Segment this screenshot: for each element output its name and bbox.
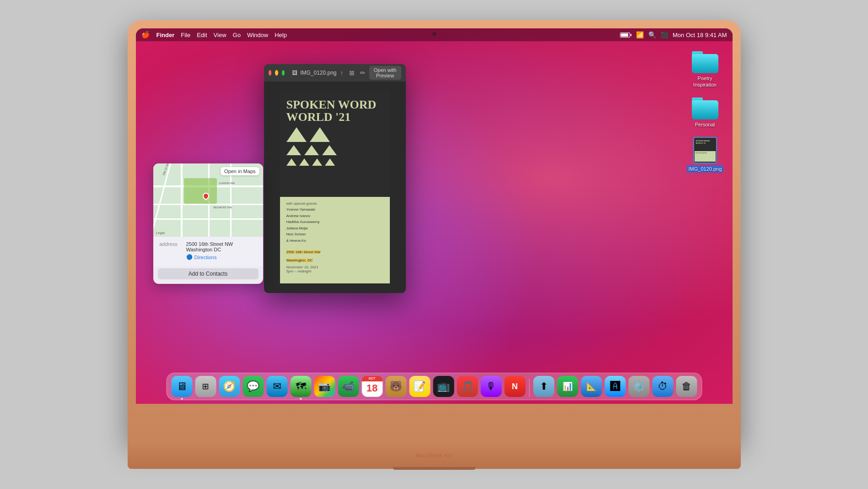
map-info: address 2500 16th Street NW Washington D…	[153, 237, 263, 266]
menubar: 🍎 Finder File Edit View Go Window Help	[136, 28, 733, 41]
datetime-display: Mon Oct 18 9:41 AM	[673, 32, 727, 38]
poster-address: 2500 16th Street NW Washington, DC	[286, 250, 321, 262]
menubar-edit[interactable]: Edit	[197, 32, 207, 38]
dock-maps[interactable]: 🗺	[290, 376, 311, 397]
dock-mail[interactable]: ✉	[266, 376, 287, 397]
maps-icon: 🗺	[296, 380, 306, 392]
appletv-icon: 📺	[437, 380, 450, 392]
dock-divider	[529, 379, 529, 397]
markup-icon[interactable]: ✏	[360, 69, 366, 76]
poster-guests-list: Yvonne Yamasaki Andrew Ivanov Haditha Gu…	[286, 206, 383, 244]
menubar-help[interactable]: Help	[275, 32, 287, 38]
dock-facetime[interactable]: 📹	[338, 376, 359, 397]
contacts-icon: 🐻	[390, 380, 402, 392]
dock-notes[interactable]: 📝	[409, 376, 430, 397]
img-file-icon[interactable]: SPOKEN WORD WORLD '21 with special guest…	[687, 137, 723, 173]
apple-menu[interactable]: 🍎	[141, 31, 150, 39]
map-address-value: 2500 16th Street NW Washington DC	[186, 241, 233, 252]
poster-with-guests-label: with special guests	[286, 201, 383, 206]
dock-appstore[interactable]: 🅰	[604, 376, 625, 397]
crop-icon[interactable]: ⊠	[349, 69, 355, 76]
preview-title: 🖼 IMG_0120.png	[292, 70, 336, 76]
poetry-inspiration-folder[interactable]: Poetry Inspiration	[687, 51, 723, 88]
notes-icon: 📝	[414, 380, 426, 392]
macbook-hinge-notch	[393, 467, 475, 470]
dock-keynote[interactable]: 📐	[581, 376, 602, 397]
dock: 🖥 ⊞ 🧭 💬	[166, 373, 702, 400]
desktop: 🍎 Finder File Edit View Go Window Help	[136, 28, 733, 404]
map-popup: NW 15 AVE CHAPIN NW BELMONT NW Open in M…	[153, 163, 263, 284]
dock-photos[interactable]: 📷	[314, 376, 335, 397]
numbers-icon: 📊	[562, 381, 572, 391]
dock-screentime[interactable]: ⏱	[652, 376, 673, 397]
maximize-button[interactable]	[282, 70, 285, 76]
music-icon: 🎵	[461, 380, 474, 392]
news-icon: N	[512, 382, 518, 391]
poster-date: November 10, 2021 5pm – midnight	[286, 265, 383, 273]
search-icon[interactable]: 🔍	[648, 31, 656, 38]
directions-button[interactable]: 🔵 Directions	[186, 254, 257, 260]
poster-bottom: with special guests Yvonne Yamasaki Andr…	[280, 197, 390, 283]
dock-podcasts[interactable]: 🎙	[480, 376, 501, 397]
siri-icon[interactable]: ⬛	[661, 32, 668, 38]
messages-icon: 💬	[247, 380, 259, 392]
add-to-contacts-button[interactable]: Add to Contacts	[158, 268, 259, 279]
preview-window: 🖼 IMG_0120.png ↑ ⊠ ✏ Open with Preview	[264, 64, 406, 293]
safari-icon: 🧭	[223, 380, 236, 392]
menubar-finder[interactable]: Finder	[156, 32, 175, 38]
photos-icon: 📷	[318, 380, 331, 392]
menubar-file[interactable]: File	[181, 32, 190, 38]
close-button[interactable]	[269, 70, 272, 76]
dock-dot	[181, 398, 183, 400]
dock-transporter[interactable]: ⬆	[533, 376, 554, 397]
open-with-button[interactable]: Open with Preview	[369, 66, 401, 80]
poetry-folder-label: Poetry Inspiration	[687, 75, 723, 88]
img-file-label: IMG_0120.png	[687, 165, 723, 173]
menubar-go[interactable]: Go	[233, 32, 241, 38]
dock-contacts[interactable]: 🐻	[385, 376, 406, 397]
poster-title: SPOKEN WORD WORLD '21	[286, 98, 383, 124]
dock-launchpad[interactable]: ⊞	[195, 376, 216, 397]
mail-icon: ✉	[273, 380, 281, 392]
map-address-label: address	[160, 241, 183, 252]
dock-numbers[interactable]: 📊	[557, 376, 578, 397]
macbook-outer: 🍎 Finder File Edit View Go Window Help	[128, 20, 741, 441]
dock-appletv[interactable]: 📺	[433, 376, 454, 397]
dock-finder[interactable]: 🖥	[171, 376, 192, 397]
folder-icon-poetry	[692, 51, 718, 73]
dock-trash[interactable]: 🗑	[676, 376, 697, 397]
share-icon[interactable]: ↑	[340, 69, 344, 76]
wifi-icon: 📶	[636, 31, 644, 38]
podcasts-icon: 🎙	[486, 380, 496, 392]
file-icon-img: SPOKEN WORD WORLD '21 with special guest…	[693, 137, 717, 163]
settings-icon: ⚙️	[633, 380, 645, 392]
map-legal-text: Legal	[156, 231, 165, 235]
calendar-icon: OCT 18	[366, 379, 378, 394]
poster-top: SPOKEN WORD WORLD '21	[280, 91, 390, 197]
dock-calendar[interactable]: OCT 18	[361, 376, 383, 397]
dock-news[interactable]: N	[504, 376, 525, 397]
macbook-bottom: MacBook Air	[128, 441, 741, 469]
desktop-icons: Poetry Inspiration Personal	[687, 51, 723, 173]
screen-bezel: 🍎 Finder File Edit View Go Window Help	[136, 28, 733, 404]
keynote-icon: 📐	[586, 381, 596, 391]
dock-music[interactable]: 🎵	[457, 376, 478, 397]
dock-messages[interactable]: 💬	[243, 376, 264, 397]
open-in-maps-button[interactable]: Open in Maps	[221, 167, 259, 175]
screentime-icon: ⏱	[658, 380, 668, 392]
menubar-view[interactable]: View	[214, 32, 226, 38]
preview-icon: 🖼	[292, 70, 297, 76]
map-address-row: address 2500 16th Street NW Washington D…	[160, 241, 257, 252]
finder-icon: 🖥	[176, 380, 187, 393]
trash-icon: 🗑	[681, 380, 691, 392]
launchpad-icon: ⊞	[202, 381, 209, 391]
minimize-button[interactable]	[275, 70, 278, 76]
personal-folder[interactable]: Personal	[692, 98, 718, 128]
toolbar-actions: ↑ ⊠ ✏	[340, 69, 366, 76]
menubar-window[interactable]: Window	[247, 32, 268, 38]
dock-safari[interactable]: 🧭	[219, 376, 240, 397]
dock-system-preferences[interactable]: ⚙️	[628, 376, 649, 397]
dock-dot-maps	[300, 398, 302, 400]
poster-image: SPOKEN WORD WORLD '21	[280, 91, 390, 283]
folder-icon-personal	[692, 98, 718, 120]
